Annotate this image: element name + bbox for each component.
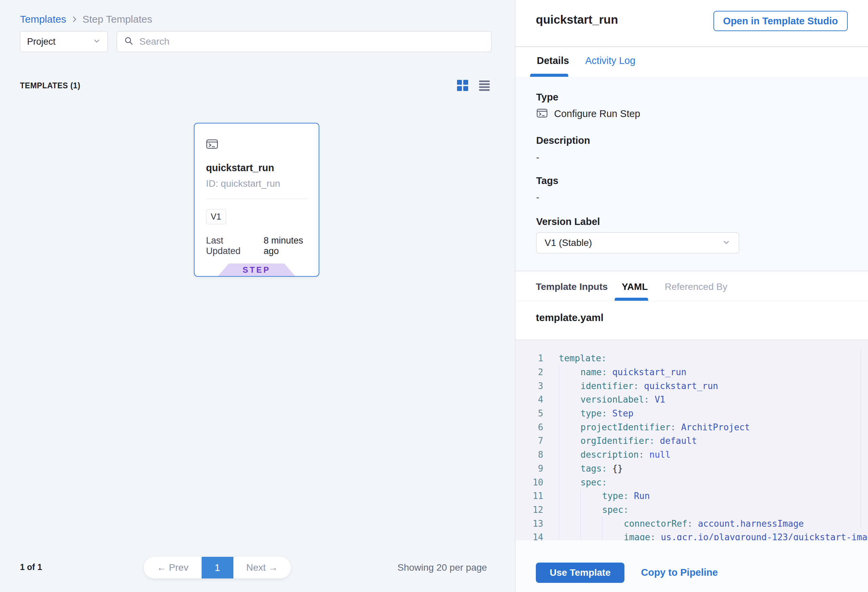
yaml-line-10: 10spec: bbox=[515, 475, 868, 489]
indent-guide bbox=[580, 517, 602, 530]
chevron-right-icon bbox=[70, 15, 78, 23]
grid-view-icon[interactable] bbox=[457, 80, 468, 91]
tab-details[interactable]: Details bbox=[537, 55, 569, 66]
yaml-filename: template.yaml bbox=[536, 312, 604, 323]
indent-guide bbox=[559, 475, 580, 489]
yaml-line-12: 12spec: bbox=[515, 503, 868, 517]
header-divider bbox=[515, 46, 868, 47]
yaml-line-6: 6projectIdentifier: ArchitProject bbox=[515, 420, 868, 434]
indent-guide bbox=[602, 517, 624, 530]
last-updated-value: 8 minutes ago bbox=[264, 235, 319, 257]
indent-guide bbox=[580, 489, 602, 503]
use-template-button[interactable]: Use Template bbox=[536, 562, 624, 583]
yaml-line-number: 7 bbox=[515, 436, 543, 446]
indent-guide bbox=[559, 448, 580, 462]
breadcrumb-templates-link[interactable]: Templates bbox=[20, 13, 66, 25]
prev-page-button[interactable]: ← Prev bbox=[144, 562, 202, 573]
page-1-button[interactable]: 1 bbox=[202, 557, 233, 579]
version-select-value: V1 (Stable) bbox=[545, 238, 592, 248]
search-input[interactable]: Search bbox=[117, 31, 492, 52]
step-type-badge: STEP bbox=[218, 264, 295, 276]
yaml-line-number: 13 bbox=[515, 518, 543, 529]
yaml-line-5: 5type: Step bbox=[515, 407, 868, 421]
type-value-row: Configure Run Step bbox=[536, 107, 640, 120]
description-label: Description bbox=[536, 135, 590, 146]
yaml-line-13: 13connectorRef: account.harnessImage bbox=[515, 517, 868, 530]
tab-activity-log[interactable]: Activity Log bbox=[585, 55, 635, 66]
yaml-code-viewer[interactable]: 1template:2name: quickstart_run3identifi… bbox=[515, 340, 868, 540]
yaml-line-number: 9 bbox=[515, 464, 543, 474]
page-count-label: 1 of 1 bbox=[20, 562, 42, 572]
yaml-line-number: 2 bbox=[515, 367, 543, 377]
search-placeholder: Search bbox=[139, 36, 170, 47]
active-subtab-underline bbox=[615, 298, 648, 301]
type-label: Type bbox=[536, 92, 558, 103]
version-select[interactable]: V1 (Stable) bbox=[536, 232, 739, 253]
details-section: Type Configure Run Step Description - Ta… bbox=[515, 77, 868, 271]
yaml-line-1: 1template: bbox=[515, 351, 868, 365]
yaml-line-number: 1 bbox=[515, 353, 543, 363]
tab-template-inputs[interactable]: Template Inputs bbox=[536, 282, 608, 292]
tab-referenced-by[interactable]: Referenced By bbox=[665, 282, 727, 292]
indent-guide bbox=[559, 420, 580, 434]
indent-guide bbox=[559, 489, 580, 503]
yaml-line-4: 4versionLabel: V1 bbox=[515, 393, 868, 407]
chevron-down-icon bbox=[93, 37, 101, 46]
yaml-line-number: 11 bbox=[515, 491, 543, 501]
terminal-window-icon bbox=[206, 138, 218, 152]
indent-guide bbox=[559, 530, 580, 540]
open-in-template-studio-button[interactable]: Open in Template Studio bbox=[713, 11, 848, 31]
yaml-line-number: 12 bbox=[515, 505, 543, 515]
yaml-line-number: 5 bbox=[515, 408, 543, 418]
indent-guide bbox=[559, 407, 580, 421]
terminal-window-icon bbox=[536, 107, 548, 120]
type-value: Configure Run Step bbox=[554, 108, 640, 120]
yaml-line-14: 14image: us.gcr.io/playground-123/quicks… bbox=[515, 530, 868, 540]
tags-label: Tags bbox=[536, 175, 558, 186]
pagination-control: ← Prev 1 Next → bbox=[144, 557, 291, 579]
card-last-updated: Last Updated 8 minutes ago bbox=[206, 235, 319, 257]
yaml-line-8: 8description: null bbox=[515, 448, 868, 462]
breadcrumb: Templates Step Templates bbox=[20, 13, 152, 25]
yaml-line-number: 4 bbox=[515, 394, 543, 405]
indent-guide bbox=[559, 365, 580, 379]
tab-yaml[interactable]: YAML bbox=[622, 282, 648, 292]
template-card-quickstart-run[interactable]: quickstart_run ID: quickstart_run V1 Las… bbox=[194, 123, 319, 277]
yaml-line-number: 6 bbox=[515, 422, 543, 433]
yaml-line-2: 2name: quickstart_run bbox=[515, 365, 868, 379]
indent-guide bbox=[580, 503, 602, 517]
showing-per-page-label: Showing 20 per page bbox=[397, 562, 487, 573]
next-page-button[interactable]: Next → bbox=[233, 562, 291, 573]
templates-list-panel: Templates Step Templates Project Search … bbox=[0, 0, 515, 592]
yaml-line-number: 8 bbox=[515, 450, 543, 460]
last-updated-label: Last Updated bbox=[206, 235, 258, 257]
list-view-icon[interactable] bbox=[479, 80, 490, 91]
indent-guide bbox=[559, 462, 580, 475]
chevron-down-icon bbox=[722, 238, 731, 248]
sub-tab-bar: Template Inputs YAML Referenced By bbox=[515, 271, 868, 301]
yaml-line-9: 9tags: {} bbox=[515, 462, 868, 475]
indent-guide bbox=[559, 434, 580, 448]
scope-select[interactable]: Project bbox=[20, 31, 108, 52]
version-label: Version Label bbox=[536, 216, 600, 227]
yaml-line-7: 7orgIdentifier: default bbox=[515, 434, 868, 448]
yaml-line-3: 3identifier: quickstart_run bbox=[515, 379, 868, 393]
yaml-line-number: 14 bbox=[515, 532, 543, 540]
code-scrollbar-track[interactable] bbox=[860, 349, 861, 528]
indent-guide bbox=[559, 393, 580, 407]
active-tab-underline bbox=[530, 74, 568, 77]
version-badge: V1 bbox=[206, 209, 226, 224]
indent-guide bbox=[559, 517, 580, 530]
template-details-panel: quickstart_run Open in Template Studio D… bbox=[515, 0, 868, 592]
yaml-line-number: 3 bbox=[515, 381, 543, 391]
yaml-line-11: 11type: Run bbox=[515, 489, 868, 503]
copy-to-pipeline-button[interactable]: Copy to Pipeline bbox=[641, 567, 718, 578]
yaml-line-number: 10 bbox=[515, 477, 543, 487]
indent-guide bbox=[580, 530, 602, 540]
breadcrumb-current: Step Templates bbox=[83, 13, 152, 25]
actions-bar: Use Template Copy to Pipeline bbox=[515, 540, 868, 592]
card-id: ID: quickstart_run bbox=[206, 178, 280, 189]
card-title: quickstart_run bbox=[206, 162, 274, 174]
indent-guide bbox=[602, 530, 624, 540]
description-value: - bbox=[536, 152, 539, 163]
